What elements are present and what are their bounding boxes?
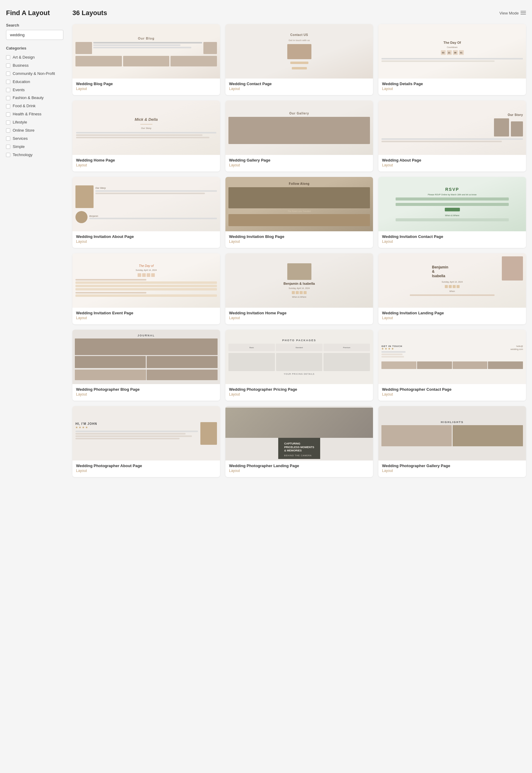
card-subtitle-photo-about: Layout: [76, 469, 216, 473]
category-checkbox-events[interactable]: [6, 88, 10, 92]
card-wedding-details[interactable]: The Day Of Countdown 03 21 36 01 Wedding…: [378, 24, 526, 95]
card-info-inv-contact: Wedding Invitation Contact Page Layout: [378, 231, 526, 248]
sidebar-item-events[interactable]: Events: [6, 86, 63, 94]
card-wedding-home[interactable]: Mick & Della Our Story Wedding Home Page…: [72, 101, 220, 171]
card-subtitle-inv-landing: Layout: [382, 316, 522, 320]
card-thumbnail-photo-blog: JOURNAL: [72, 330, 220, 384]
card-wedding-gallery[interactable]: Our Gallery Wedding Gallery Page Layout: [225, 101, 373, 171]
card-subtitle-wedding-gallery: Layout: [229, 163, 369, 167]
search-label: Search: [6, 23, 63, 27]
category-checkbox-food-drink[interactable]: [6, 104, 10, 108]
category-label-online-store: Online Store: [13, 128, 34, 133]
card-inv-blog[interactable]: Follow Along The Road Less Traveled Wedd…: [225, 177, 373, 248]
card-info-inv-event: Wedding Invitation Event Page Layout: [72, 308, 220, 324]
card-subtitle-wedding-contact: Layout: [229, 87, 369, 91]
card-subtitle-inv-about: Layout: [76, 239, 216, 244]
card-info-wedding-home: Wedding Home Page Layout: [72, 155, 220, 171]
sidebar-item-community-non-profit[interactable]: Community & Non-Profit: [6, 70, 63, 78]
card-wedding-about[interactable]: Our Story Wedding About Page Layout: [378, 101, 526, 171]
card-title-inv-contact: Wedding Invitation Contact Page: [382, 234, 522, 239]
card-info-photo-about: Wedding Photographer About Page Layout: [72, 461, 220, 477]
category-checkbox-technology[interactable]: [6, 153, 10, 157]
card-subtitle-photo-landing: Layout: [229, 469, 369, 473]
view-mode-label: View Mode: [499, 11, 519, 15]
card-info-wedding-details: Wedding Details Page Layout: [378, 78, 526, 95]
card-title-inv-event: Wedding Invitation Event Page: [76, 311, 216, 315]
card-thumbnail-wedding-contact: Contact US Get in touch with us: [225, 24, 373, 78]
category-checkbox-community-non-profit[interactable]: [6, 72, 10, 76]
card-inv-event[interactable]: The Day of Sunday, April 14, 2024 W: [72, 253, 220, 324]
card-thumbnail-wedding-about: Our Story: [378, 101, 526, 155]
card-thumbnail-wedding-blog: Our Blog: [72, 24, 220, 78]
card-title-inv-about: Wedding Invitation About Page: [76, 234, 216, 239]
category-label-art-design: Art & Design: [13, 55, 35, 60]
card-info-inv-landing: Wedding Invitation Landing Page Layout: [378, 308, 526, 324]
sidebar: Find A Layout Search Categories Art & De…: [6, 9, 63, 477]
category-checkbox-online-store[interactable]: [6, 128, 10, 133]
sidebar-item-simple[interactable]: Simple: [6, 143, 63, 151]
card-info-inv-home: Wedding Invitation Home Page Layout: [225, 308, 373, 324]
card-photo-contact[interactable]: GET IN TOUCH hello@wed: [378, 330, 526, 401]
card-title-inv-home: Wedding Invitation Home Page: [229, 311, 369, 315]
category-label-food-drink: Food & Drink: [13, 104, 36, 109]
categories-title: Categories: [6, 46, 63, 50]
card-info-photo-blog: Wedding Photographer Blog Page Layout: [72, 384, 220, 401]
sidebar-item-technology[interactable]: Technology: [6, 151, 63, 159]
sidebar-item-fashion-beauty[interactable]: Fashion & Beauty: [6, 94, 63, 102]
sidebar-item-lifestyle[interactable]: Lifestyle: [6, 118, 63, 126]
category-label-lifestyle: Lifestyle: [13, 120, 27, 125]
category-checkbox-lifestyle[interactable]: [6, 120, 10, 125]
card-photo-blog[interactable]: JOURNAL Wedding Photographer Blog Page L…: [72, 330, 220, 401]
search-input[interactable]: [6, 30, 63, 40]
card-info-inv-about: Wedding Invitation About Page Layout: [72, 231, 220, 248]
main-content: 36 Layouts View Mode Our Blog: [72, 9, 526, 477]
view-mode-icon: [521, 11, 526, 15]
card-wedding-contact[interactable]: Contact US Get in touch with us Wedding …: [225, 24, 373, 95]
sidebar-item-health-fitness[interactable]: Health & Fitness: [6, 110, 63, 118]
card-subtitle-inv-blog: Layout: [229, 239, 369, 244]
card-photo-about[interactable]: HI, I'M JOHN Wedding: [72, 406, 220, 477]
card-info-wedding-contact: Wedding Contact Page Layout: [225, 78, 373, 95]
card-inv-landing[interactable]: Benjamin&Isabella Sunday, April 14, 2024…: [378, 253, 526, 324]
view-mode-button[interactable]: View Mode: [499, 11, 526, 15]
category-label-community-non-profit: Community & Non-Profit: [13, 71, 55, 76]
card-thumbnail-inv-landing: Benjamin&Isabella Sunday, April 14, 2024…: [378, 253, 526, 308]
card-subtitle-photo-blog: Layout: [76, 392, 216, 397]
card-photo-pricing[interactable]: PHOTO PACKAGES Basic Standard Premium YO…: [225, 330, 373, 401]
card-thumbnail-inv-event: The Day of Sunday, April 14, 2024: [72, 253, 220, 308]
category-label-education: Education: [13, 79, 30, 85]
page-wrapper: Find A Layout Search Categories Art & De…: [0, 0, 532, 486]
sidebar-item-business[interactable]: Business: [6, 62, 63, 70]
category-checkbox-education[interactable]: [6, 80, 10, 84]
card-title-wedding-about: Wedding About Page: [382, 158, 522, 162]
card-photo-landing[interactable]: CAPTURINGPRICELESS MOMENTS& MEMORIES BEH…: [225, 406, 373, 477]
category-checkbox-fashion-beauty[interactable]: [6, 96, 10, 100]
card-inv-contact[interactable]: RSVP Please RSVP Online by March 16th an…: [378, 177, 526, 248]
card-thumbnail-inv-home: Benjamin & Isabella Sunday, April 14, 20…: [225, 253, 373, 308]
card-subtitle-wedding-home: Layout: [76, 163, 216, 167]
category-checkbox-simple[interactable]: [6, 145, 10, 149]
sidebar-item-online-store[interactable]: Online Store: [6, 126, 63, 135]
category-checkbox-business[interactable]: [6, 63, 10, 68]
card-title-wedding-blog: Wedding Blog Page: [76, 81, 216, 86]
card-title-wedding-contact: Wedding Contact Page: [229, 81, 369, 86]
category-checkbox-health-fitness[interactable]: [6, 112, 10, 117]
category-checkbox-services[interactable]: [6, 136, 10, 141]
card-photo-gallery[interactable]: HIGHLIGHTS Wedding Photographer Gallery …: [378, 406, 526, 477]
sidebar-item-art-design[interactable]: Art & Design: [6, 53, 63, 62]
category-label-events: Events: [13, 88, 25, 93]
category-list: Art & Design Business Community & Non-Pr…: [6, 53, 63, 159]
card-subtitle-wedding-about: Layout: [382, 163, 522, 167]
card-info-photo-landing: Wedding Photographer Landing Page Layout: [225, 461, 373, 477]
sidebar-item-education[interactable]: Education: [6, 78, 63, 86]
sidebar-item-food-drink[interactable]: Food & Drink: [6, 102, 63, 110]
category-label-health-fitness: Health & Fitness: [13, 112, 41, 117]
card-info-photo-gallery: Wedding Photographer Gallery Page Layout: [378, 461, 526, 477]
card-wedding-blog[interactable]: Our Blog Wedding Blog Page Layout: [72, 24, 220, 95]
sidebar-item-services[interactable]: Services: [6, 135, 63, 143]
card-thumbnail-photo-gallery: HIGHLIGHTS: [378, 406, 526, 461]
category-checkbox-art-design[interactable]: [6, 55, 10, 59]
card-inv-about[interactable]: Our Story Benjamin Wedding Invitation Ab…: [72, 177, 220, 248]
card-thumbnail-wedding-gallery: Our Gallery: [225, 101, 373, 155]
card-inv-home[interactable]: Benjamin & Isabella Sunday, April 14, 20…: [225, 253, 373, 324]
